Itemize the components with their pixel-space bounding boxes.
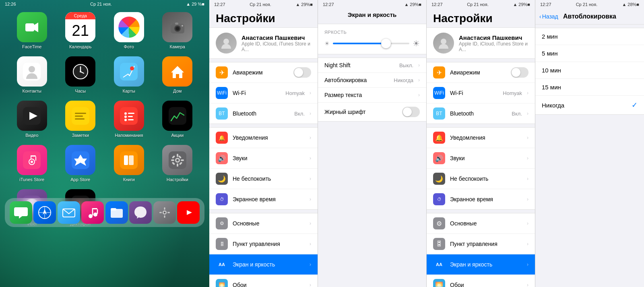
settings-row-wallpaper[interactable]: 🌅 Обои › [209, 275, 318, 287]
row-textsize-label: Размер текста [324, 92, 413, 98]
app-settings[interactable]: Настройки [157, 145, 198, 182]
settings-row-display[interactable]: AA Экран и яркость › [209, 254, 318, 275]
autoblock-item-2min[interactable]: 2 мин [535, 28, 644, 45]
airplane-toggle-2[interactable] [511, 67, 528, 78]
row-boldfont-label: Жирный шрифт [324, 109, 397, 115]
autoblock-nav: ‹ Назад Автоблокировка [535, 9, 644, 25]
dock-safari[interactable] [33, 201, 56, 224]
brightness-slider[interactable]: ☀ ☀ [324, 39, 420, 48]
app-books[interactable]: Книги [108, 145, 150, 182]
settings-section-3: ⚙ Основные › 🎛 Пункт управления › AA Экр… [209, 213, 318, 287]
app-home-label: Дом [173, 89, 182, 93]
app-calendar[interactable]: Среда 21 Календарь [60, 12, 101, 49]
row2-dnd-label: Не беспокоить [450, 176, 522, 182]
settings-row-bluetooth[interactable]: BT Bluetooth Вкл. › [209, 103, 318, 124]
airplane-icon-2: ✈ [433, 66, 445, 78]
settings2-row-dnd[interactable]: 🌙 Не беспокоить › [427, 169, 535, 189]
settings2-status-bar: 12:27 Ср 21 ноя. ▲ 29%■ [427, 0, 535, 9]
control-chevron: › [310, 241, 311, 247]
app-photos-label: Фото [124, 44, 134, 49]
autoblock-panel: 12:27 Ср 21 ноя. ▲ 28%■ ‹ Назад Автоблок… [535, 0, 644, 287]
settings2-row-wallpaper[interactable]: 🌅 Обои › [427, 275, 535, 287]
svg-point-68 [89, 214, 93, 218]
settings2-row-airplane[interactable]: ✈ Авиарежим [427, 62, 535, 83]
settings-row-control[interactable]: 🎛 Пункт управления › [209, 234, 318, 254]
settings-row-sounds[interactable]: 🔊 Звуки › [209, 148, 318, 169]
app-settings-label: Настройки [167, 177, 188, 182]
app-stocks[interactable]: Акции [157, 101, 198, 138]
settings-section-2: 🔔 Уведомления › 🔊 Звуки › 🌙 Не беспокоит… [209, 127, 318, 210]
app-appstore[interactable]: App Store [60, 145, 101, 182]
user-profile[interactable]: Анастасия Пашкевич Apple ID, iCloud, iTu… [209, 27, 318, 59]
user-name-2: Анастасия Пашкевич [459, 34, 528, 41]
settings-row-airplane[interactable]: ✈ Авиарежим [209, 62, 318, 83]
wifi-chevron-2: › [527, 90, 528, 96]
settings-title: Настройки [209, 9, 318, 27]
settings2-row-control[interactable]: 🎛 Пункт управления › [427, 234, 535, 254]
dock-youtube[interactable] [177, 201, 200, 224]
app-contacts[interactable]: Контакты [11, 56, 53, 93]
user-info-2: Анастасия Пашкевич Apple ID, iCloud, iTu… [459, 34, 528, 52]
display-row-boldfont[interactable]: Жирный шрифт [318, 103, 426, 121]
svg-rect-33 [23, 151, 41, 169]
dock-music[interactable] [81, 201, 104, 224]
svg-point-9 [182, 25, 183, 27]
settings-row-dnd[interactable]: 🌙 Не беспокоить › [209, 169, 318, 189]
settings2-row-general[interactable]: ⚙ Основные › [427, 213, 535, 234]
settings2-row-notifications[interactable]: 🔔 Уведомления › [427, 128, 535, 148]
settings-row-wifi[interactable]: WiFi Wi-Fi Homyak › [209, 83, 318, 103]
app-camera[interactable]: Камера [157, 12, 198, 49]
svg-rect-1 [25, 23, 34, 31]
sun-small-icon: ☀ [324, 40, 330, 47]
settings2-row-display[interactable]: AA Экран и яркость › [427, 254, 535, 275]
svg-rect-36 [31, 155, 36, 157]
autoblock-item-never[interactable]: Никогда ✓ [535, 96, 644, 114]
autoblock-item-5min[interactable]: 5 мин [535, 45, 644, 62]
settings-row-screentime[interactable]: ⏱ Экранное время › [209, 189, 318, 209]
settings2-row-sounds[interactable]: 🔊 Звуки › [427, 148, 535, 169]
settings2-row-screentime[interactable]: ⏱ Экранное время › [427, 189, 535, 209]
row-autolock-value: Никогда [394, 77, 413, 83]
display-row-nightshift[interactable]: Night Shift Выкл. › [318, 58, 426, 73]
settings-row-general[interactable]: ⚙ Основные › [209, 213, 318, 234]
wallpaper-chevron-2: › [527, 282, 528, 287]
dock-messages[interactable] [10, 201, 32, 224]
app-itunes[interactable]: iTunes Store [11, 145, 53, 182]
dock-viber[interactable] [129, 201, 152, 224]
brightness-thumb[interactable] [381, 39, 391, 48]
autoblock-item-10min[interactable]: 10 мин [535, 62, 644, 79]
svg-rect-47 [177, 163, 178, 167]
autoblock-item-15min[interactable]: 15 мин [535, 79, 644, 96]
svg-rect-41 [124, 155, 128, 165]
app-video[interactable]: Видео [11, 101, 53, 138]
boldfont-toggle[interactable] [402, 107, 420, 117]
settings-row-notifications[interactable]: 🔔 Уведомления › [209, 128, 318, 148]
dock-files[interactable] [105, 201, 128, 224]
display-row-textsize[interactable]: Размер текста › [318, 88, 426, 103]
brightness-track[interactable] [333, 43, 409, 44]
svg-rect-69 [93, 208, 97, 209]
app-photos[interactable]: Фото [108, 12, 150, 49]
user-profile-2[interactable]: Анастасия Пашкевич Apple ID, iCloud, iTu… [427, 27, 535, 59]
app-maps[interactable]: Карты [108, 56, 150, 93]
airplane-icon: ✈ [216, 66, 228, 78]
display-row-autolock[interactable]: Автоблокировка Никогда › [318, 73, 426, 88]
airplane-toggle[interactable] [293, 67, 311, 78]
app-home[interactable]: Дом [157, 56, 198, 93]
app-facetime[interactable]: FaceTime [11, 12, 53, 49]
row-display-label: Экран и яркость [233, 261, 305, 268]
settings2-row-wifi[interactable]: WiFi Wi-Fi Homyak › [427, 83, 535, 103]
svg-rect-31 [128, 119, 134, 120]
svg-rect-46 [177, 154, 178, 157]
app-clock[interactable]: Часы [60, 56, 101, 93]
dock-mail[interactable] [58, 201, 80, 224]
calendar-day: 21 [65, 19, 95, 42]
control-icon: 🎛 [216, 238, 228, 250]
app-reminders[interactable]: Напоминания [108, 101, 150, 138]
autoblock-back-button[interactable]: ‹ Назад [539, 13, 558, 20]
svg-point-15 [80, 71, 81, 72]
settings2-row-bluetooth[interactable]: BT Bluetooth Вкл. › [427, 103, 535, 124]
app-contacts-label: Контакты [22, 89, 41, 93]
dock-settings[interactable] [153, 201, 176, 224]
app-notes[interactable]: Заметки [60, 101, 101, 138]
